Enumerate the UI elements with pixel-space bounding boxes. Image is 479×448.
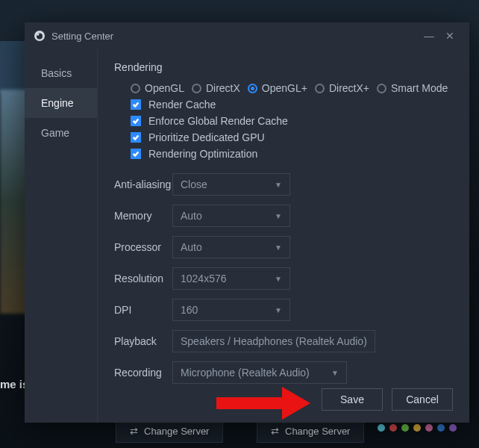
section-title-rendering: Rendering xyxy=(114,61,469,73)
settings-modal: Setting Center ― ✕ Basics Engine Game Re… xyxy=(25,22,469,423)
select-value: Auto xyxy=(181,241,202,253)
color-dot xyxy=(401,424,409,432)
select-value: Auto xyxy=(181,210,202,222)
chevron-down-icon: ▼ xyxy=(275,181,282,189)
rendering-engine-radios: OpenGL DirectX OpenGL+ DirectX+ Smart Mo… xyxy=(131,82,469,94)
checkbox-render-cache[interactable]: Render Cache xyxy=(131,99,469,111)
select-processor[interactable]: Auto▼ xyxy=(172,236,290,258)
radio-dot-icon xyxy=(315,84,325,93)
chevron-down-icon: ▼ xyxy=(275,212,282,220)
checkbox-checked-icon xyxy=(131,149,141,159)
form-grid: Anti-aliasing Close▼ Memory Auto▼ Proces… xyxy=(114,173,469,384)
select-memory[interactable]: Auto▼ xyxy=(172,205,290,227)
radio-dot-icon xyxy=(377,84,386,93)
field-dpi: DPI 160▼ xyxy=(114,299,469,321)
checkbox-enforce-global[interactable]: Enforce Global Render Cache xyxy=(131,115,469,127)
select-value: 160 xyxy=(181,304,198,316)
swap-icon: ⇄ xyxy=(130,426,138,437)
color-dots-row xyxy=(378,424,457,432)
app-icon xyxy=(34,30,46,42)
save-button[interactable]: Save xyxy=(322,388,383,411)
select-value: Close xyxy=(181,178,207,190)
field-memory: Memory Auto▼ xyxy=(114,205,469,227)
radio-label: Smart Mode xyxy=(391,82,448,94)
chevron-down-icon: ▼ xyxy=(275,243,282,252)
chevron-down-icon: ▼ xyxy=(275,275,282,283)
checkbox-label: Rendering Optimization xyxy=(148,148,257,160)
field-label: Memory xyxy=(114,210,172,222)
swap-icon: ⇄ xyxy=(271,426,279,437)
bg-panel xyxy=(0,41,25,93)
field-label: Resolution xyxy=(114,273,172,284)
radio-label: DirectX xyxy=(206,82,240,94)
select-playback[interactable]: Speakers / Headphones (Realtek Audio) xyxy=(172,330,375,352)
field-label: Anti-aliasing xyxy=(114,178,172,190)
sidebar-item-label: Basics xyxy=(41,67,72,79)
radio-openglplus[interactable]: OpenGL+ xyxy=(248,82,307,94)
button-label: Save xyxy=(340,393,364,405)
checkbox-label: Render Cache xyxy=(148,99,216,111)
color-dot xyxy=(378,424,385,432)
minimize-button[interactable]: ― xyxy=(419,30,439,42)
radio-dot-icon xyxy=(192,84,201,93)
modal-body: Basics Engine Game Rendering OpenGL Dire… xyxy=(25,49,469,423)
radio-label: DirectX+ xyxy=(329,82,369,94)
field-label: Playback xyxy=(114,335,172,347)
content-pane: Rendering OpenGL DirectX OpenGL+ DirectX… xyxy=(98,49,469,423)
select-value: Speakers / Headphones (Realtek Audio) xyxy=(181,335,367,347)
checkbox-checked-icon xyxy=(131,132,141,143)
select-dpi[interactable]: 160▼ xyxy=(172,299,290,321)
titlebar: Setting Center ― ✕ xyxy=(25,22,469,49)
action-buttons: Save Cancel xyxy=(322,388,453,411)
field-recording: Recording Microphone (Realtek Audio)▼ xyxy=(114,361,469,384)
close-button[interactable]: ✕ xyxy=(439,30,460,42)
chevron-down-icon: ▼ xyxy=(331,369,339,377)
checkbox-dedicated-gpu[interactable]: Prioritize Dedicated GPU xyxy=(131,131,469,143)
radio-directx[interactable]: DirectX xyxy=(192,82,240,94)
select-anti-aliasing[interactable]: Close▼ xyxy=(172,173,290,196)
change-server-label: Change Server xyxy=(144,426,209,437)
radio-opengl[interactable]: OpenGL xyxy=(131,82,184,94)
sidebar-item-game[interactable]: Game xyxy=(25,118,97,148)
select-resolution[interactable]: 1024x576▼ xyxy=(172,267,290,290)
field-label: Recording xyxy=(114,367,172,379)
field-resolution: Resolution 1024x576▼ xyxy=(114,267,469,290)
color-dot xyxy=(425,424,433,432)
radio-label: OpenGL+ xyxy=(262,82,307,94)
field-processor: Processor Auto▼ xyxy=(114,236,469,258)
chevron-down-icon: ▼ xyxy=(275,306,282,314)
field-anti-aliasing: Anti-aliasing Close▼ xyxy=(114,173,469,196)
radio-dot-icon xyxy=(248,84,257,93)
field-label: Processor xyxy=(114,241,172,253)
change-server-label: Change Server xyxy=(285,426,350,437)
radio-directxplus[interactable]: DirectX+ xyxy=(315,82,369,94)
checkbox-checked-icon xyxy=(131,116,141,126)
sidebar-item-label: Game xyxy=(41,127,69,139)
window-title: Setting Center xyxy=(51,31,113,42)
color-dot xyxy=(389,424,397,432)
color-dot xyxy=(437,424,445,432)
sidebar-item-basics[interactable]: Basics xyxy=(25,58,97,88)
checkbox-label: Prioritize Dedicated GPU xyxy=(148,131,265,143)
select-value: 1024x576 xyxy=(181,273,227,284)
color-dot xyxy=(413,424,421,432)
button-label: Cancel xyxy=(406,393,439,405)
select-recording[interactable]: Microphone (Realtek Audio)▼ xyxy=(172,361,347,384)
field-playback: Playback Speakers / Headphones (Realtek … xyxy=(114,330,469,352)
color-dot xyxy=(449,424,457,432)
checkbox-render-opt[interactable]: Rendering Optimization xyxy=(131,148,469,160)
radio-dot-icon xyxy=(131,84,140,93)
select-value: Microphone (Realtek Audio) xyxy=(181,367,310,379)
radio-label: OpenGL xyxy=(145,82,184,94)
checkbox-checked-icon xyxy=(131,99,141,110)
radio-smartmode[interactable]: Smart Mode xyxy=(377,82,448,94)
sidebar-item-label: Engine xyxy=(41,97,74,109)
cancel-button[interactable]: Cancel xyxy=(392,388,453,411)
sidebar: Basics Engine Game xyxy=(25,49,98,423)
sidebar-item-engine[interactable]: Engine xyxy=(25,88,97,118)
checkbox-label: Enforce Global Render Cache xyxy=(148,115,288,127)
field-label: DPI xyxy=(114,304,172,316)
svg-point-2 xyxy=(37,33,40,36)
